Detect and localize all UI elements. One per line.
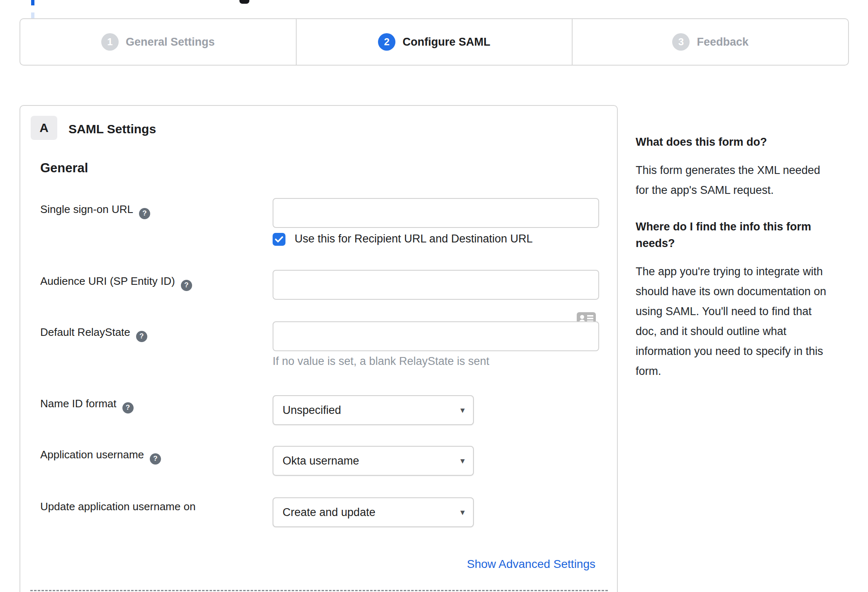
caret-down-icon: ▾ [460,507,465,517]
name-id-format-select[interactable]: Unspecified ▾ [273,395,474,425]
update-username-label: Update application username on [40,500,195,513]
sidebar-answer-1: This form generates the XML needed for t… [636,160,851,200]
update-username-value: Create and update [283,506,375,519]
default-relaystate-label-text: Default RelayState [40,326,130,338]
configure-saml-page: 1 General Settings 2 Configure SAML 3 Fe… [0,0,868,592]
section-dashed-divider [30,590,608,591]
saml-settings-panel: A SAML Settings General Single sign-on U… [20,105,618,592]
name-id-format-value: Unspecified [283,404,341,417]
use-for-recipient-destination-checkbox[interactable] [273,233,285,246]
default-relaystate-label: Default RelayState? [40,326,147,342]
step-2-label: Configure SAML [402,36,490,49]
step-3-number-badge: 3 [672,33,690,51]
panel-title: SAML Settings [68,122,156,136]
update-username-select[interactable]: Create and update ▾ [273,497,474,527]
clipped-page-fragment-blue [31,0,34,5]
help-sidebar: What does this form do? This form genera… [636,134,851,399]
step-1-label: General Settings [126,36,215,49]
application-username-label: Application username? [40,448,161,465]
application-username-label-text: Application username [40,448,144,461]
sidebar-question-2: Where do I find the info this form needs… [636,218,851,252]
step-general-settings[interactable]: 1 General Settings [20,19,296,65]
name-id-format-help-icon[interactable]: ? [122,402,134,413]
show-advanced-settings-link[interactable]: Show Advanced Settings [467,558,595,571]
audience-uri-input[interactable] [273,270,599,300]
default-relaystate-help-icon[interactable]: ? [136,331,147,342]
sidebar-question-1: What does this form do? [636,134,851,150]
step-2-number-badge: 2 [378,33,395,51]
step-feedback[interactable]: 3 Feedback [572,19,848,65]
application-username-help-icon[interactable]: ? [150,453,161,465]
sso-url-help-icon[interactable]: ? [139,208,150,219]
audience-uri-help-icon[interactable]: ? [181,280,192,291]
step-configure-saml[interactable]: 2 Configure SAML [296,19,572,65]
sso-url-label: Single sign-on URL? [40,203,150,219]
caret-down-icon: ▾ [460,405,465,415]
sso-url-label-text: Single sign-on URL [40,203,133,215]
name-id-format-label: Name ID format? [40,397,134,413]
general-section-title: General [40,161,88,176]
name-id-format-label-text: Name ID format [40,397,117,410]
caret-down-icon: ▾ [460,456,465,466]
sso-url-input[interactable] [273,198,599,228]
update-username-label-text: Update application username on [40,500,195,513]
wizard-stepper: 1 General Settings 2 Configure SAML 3 Fe… [20,18,849,66]
section-a-badge: A [31,116,57,140]
use-for-recipient-destination-label: Use this for Recipient URL and Destinati… [295,232,533,245]
step-3-label: Feedback [697,36,749,49]
checkmark-icon [275,236,283,243]
application-username-value: Okta username [283,455,359,467]
audience-uri-label-text: Audience URI (SP Entity ID) [40,275,175,287]
sidebar-answer-2: The app you're trying to integrate with … [636,262,851,381]
default-relaystate-input[interactable] [273,321,599,351]
audience-uri-label: Audience URI (SP Entity ID)? [40,275,192,291]
clipped-page-fragment-dark [239,0,249,4]
application-username-select[interactable]: Okta username ▾ [273,446,474,476]
relaystate-hint: If no value is set, a blank RelayState i… [273,355,489,368]
step-1-number-badge: 1 [101,33,119,51]
